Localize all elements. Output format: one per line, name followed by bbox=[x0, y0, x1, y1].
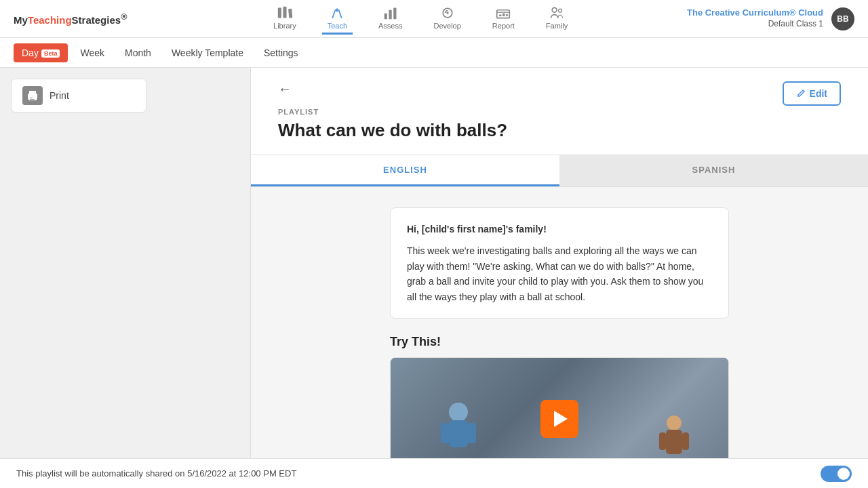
back-button[interactable]: ← bbox=[278, 81, 292, 97]
svg-rect-15 bbox=[29, 91, 36, 94]
playlist-header-left: ← PLAYLIST What can we do with balls? bbox=[278, 81, 783, 141]
svg-rect-2 bbox=[288, 9, 292, 18]
sub-nav-week[interactable]: Week bbox=[72, 43, 113, 62]
playlist-title: What can we do with balls? bbox=[278, 120, 783, 141]
svg-rect-25 bbox=[659, 432, 666, 450]
nav-item-report[interactable]: Report bbox=[487, 3, 520, 35]
svg-rect-24 bbox=[666, 430, 682, 454]
svg-rect-5 bbox=[393, 7, 396, 19]
tab-english[interactable]: ENGLISH bbox=[251, 155, 559, 186]
svg-rect-1 bbox=[283, 7, 286, 18]
playlist-label: PLAYLIST bbox=[278, 108, 783, 116]
print-button[interactable]: Print bbox=[11, 79, 146, 113]
try-this-title: Try This! bbox=[390, 335, 729, 349]
svg-point-23 bbox=[667, 415, 682, 430]
sub-nav: DayBeta Week Month Weekly Template Setti… bbox=[0, 38, 868, 68]
tcc-cloud-link[interactable]: The Creative Curriculum® Cloud Default C… bbox=[687, 7, 823, 29]
nav-item-develop[interactable]: Develop bbox=[429, 3, 467, 35]
svg-rect-11 bbox=[507, 14, 509, 16]
message-body: This week we're investigating balls and … bbox=[407, 243, 712, 304]
sidebar: Print bbox=[0, 68, 251, 488]
tab-spanish[interactable]: SPANISH bbox=[559, 155, 868, 186]
playlist-header: ← PLAYLIST What can we do with balls? Ed… bbox=[251, 68, 868, 155]
message-card: Hi, [child's first name]'s family! This … bbox=[390, 207, 729, 319]
nav-right: The Creative Curriculum® Cloud Default C… bbox=[687, 7, 854, 30]
sub-nav-month[interactable]: Month bbox=[117, 43, 159, 62]
svg-rect-18 bbox=[30, 99, 35, 100]
brand-highlight: Teaching bbox=[28, 14, 72, 26]
main-nav-icons: Library Teach Assess De bbox=[154, 3, 687, 35]
video-figure-1 bbox=[431, 399, 486, 466]
svg-rect-4 bbox=[389, 10, 391, 20]
edit-icon bbox=[796, 89, 806, 98]
nav-item-family[interactable]: Family bbox=[540, 3, 573, 35]
edit-button[interactable]: Edit bbox=[783, 81, 841, 106]
svg-rect-17 bbox=[30, 98, 33, 98]
message-greeting: Hi, [child's first name]'s family! bbox=[407, 224, 547, 235]
main-layout: Print ← PLAYLIST What can we do with bal… bbox=[0, 68, 868, 488]
play-button[interactable] bbox=[540, 400, 578, 438]
user-avatar[interactable]: BB bbox=[831, 7, 854, 30]
sub-nav-weekly-template[interactable]: Weekly Template bbox=[163, 43, 252, 62]
beta-badge: Beta bbox=[41, 49, 60, 58]
svg-point-12 bbox=[552, 7, 557, 12]
svg-rect-26 bbox=[682, 432, 689, 450]
sub-nav-settings[interactable]: Settings bbox=[256, 43, 307, 62]
svg-rect-3 bbox=[384, 14, 387, 19]
svg-rect-0 bbox=[278, 7, 281, 18]
top-nav: MyTeachingStrategies® Library Teach bbox=[0, 0, 868, 38]
nav-item-teach[interactable]: Teach bbox=[322, 3, 353, 35]
auto-share-toggle[interactable] bbox=[821, 466, 852, 482]
svg-point-7 bbox=[446, 12, 448, 14]
bottom-bar: This playlist will be automatically shar… bbox=[0, 458, 868, 488]
sub-nav-day[interactable]: DayBeta bbox=[14, 43, 68, 62]
svg-point-13 bbox=[559, 9, 562, 12]
print-icon bbox=[22, 86, 43, 105]
svg-rect-16 bbox=[28, 97, 37, 100]
playlist-header-row: ← bbox=[278, 81, 783, 102]
content-area: ← PLAYLIST What can we do with balls? Ed… bbox=[251, 68, 868, 488]
svg-rect-20 bbox=[449, 420, 468, 447]
svg-point-19 bbox=[449, 403, 468, 422]
playlist-body: Hi, [child's first name]'s family! This … bbox=[251, 187, 868, 488]
language-tabs: ENGLISH SPANISH bbox=[251, 155, 868, 187]
svg-rect-9 bbox=[499, 15, 501, 17]
brand-logo[interactable]: MyTeachingStrategies® bbox=[14, 12, 127, 26]
nav-item-assess[interactable]: Assess bbox=[373, 3, 408, 35]
svg-rect-21 bbox=[441, 423, 449, 443]
nav-item-library[interactable]: Library bbox=[268, 3, 302, 35]
svg-rect-10 bbox=[503, 14, 505, 16]
print-label: Print bbox=[50, 90, 69, 101]
bottom-bar-text: This playlist will be automatically shar… bbox=[16, 468, 296, 479]
svg-rect-22 bbox=[468, 423, 476, 443]
